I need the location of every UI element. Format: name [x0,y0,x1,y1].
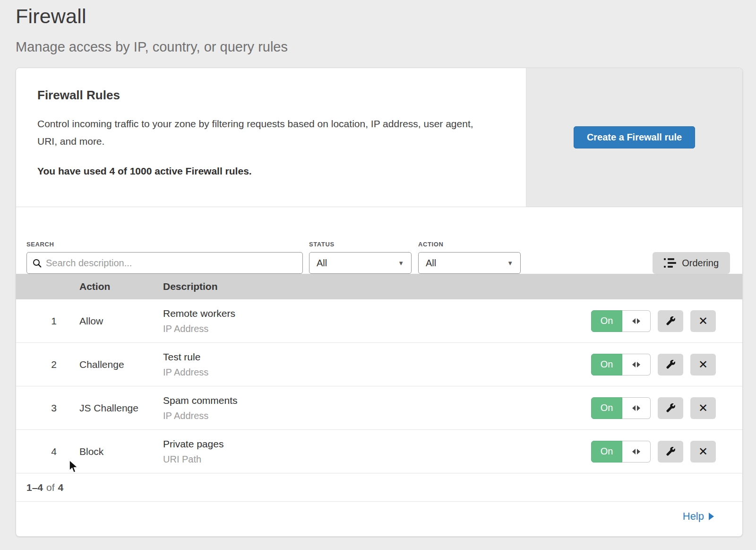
rule-match-type: IP Address [163,367,591,378]
rule-description: Test rule [163,351,591,363]
action-label: ACTION [418,241,521,248]
status-select[interactable]: All ▼ [309,252,412,274]
rule-controls: On ✕ [591,397,742,419]
pagination-of: of [46,482,55,493]
rule-description-cell: Test rule IP Address [163,351,591,378]
rule-description-cell: Remote workers IP Address [163,308,591,334]
search-input[interactable] [46,258,297,269]
status-label: STATUS [309,241,412,248]
pagination-range: 1–4 [26,482,43,493]
rule-controls: On ✕ [591,441,742,463]
wrench-icon [665,316,676,326]
rule-match-type: IP Address [163,323,591,334]
table-row: 1 Allow Remote workers IP Address On ✕ [16,299,742,343]
delete-rule-button[interactable]: ✕ [690,397,716,419]
close-icon: ✕ [698,402,708,414]
column-header-description: Description [163,281,591,292]
help-link[interactable]: Help [683,510,714,523]
ordering-button[interactable]: Ordering [653,252,730,274]
wrench-icon [665,446,676,457]
delete-rule-button[interactable]: ✕ [690,310,716,332]
wrench-icon [665,359,676,370]
rule-match-type: IP Address [163,410,591,421]
rule-action: Challenge [79,359,163,370]
close-icon: ✕ [698,446,708,457]
intro-panel: Firewall Rules Control incoming traffic … [16,68,526,207]
search-filter-group: SEARCH [26,241,303,274]
rule-controls: On ✕ [591,310,742,332]
action-select[interactable]: All ▼ [418,252,521,274]
rule-priority-number: 4 [16,446,79,457]
page-header: Firewall Manage access by IP, country, o… [0,0,756,55]
status-select-value: All [317,258,327,269]
search-box[interactable] [26,252,303,274]
arrow-right-icon [709,513,714,520]
action-select-value: All [426,258,436,269]
rule-enabled-toggle[interactable]: On [591,310,651,332]
usage-summary: You have used 4 of 1000 active Firewall … [37,166,498,177]
intro-heading: Firewall Rules [37,88,498,103]
chevron-down-icon: ▼ [398,260,404,267]
rules-table-body: 1 Allow Remote workers IP Address On ✕ [16,299,742,473]
ordering-button-label: Ordering [682,258,719,269]
ordered-list-icon [664,258,676,268]
table-row: 2 Challenge Test rule IP Address On ✕ [16,343,742,386]
delete-rule-button[interactable]: ✕ [690,441,716,463]
toggle-on-label: On [591,397,622,419]
arrow-left-icon [632,449,636,454]
firewall-rules-card: Firewall Rules Control incoming traffic … [16,68,743,537]
rule-match-type: URI Path [163,454,591,465]
table-header: Action Description [16,274,742,299]
arrow-right-icon [637,362,640,367]
pagination-row: 1–4 of 4 [16,473,742,502]
close-icon: ✕ [698,359,708,370]
arrow-left-icon [632,318,636,324]
create-firewall-rule-button[interactable]: Create a Firewall rule [574,126,695,148]
toggle-drag-handle[interactable] [622,310,651,332]
chevron-down-icon: ▼ [507,260,513,267]
toggle-drag-handle[interactable] [622,397,651,419]
toggle-drag-handle[interactable] [622,354,651,375]
table-row: 3 JS Challenge Spam comments IP Address … [16,386,742,430]
edit-rule-button[interactable] [658,354,683,375]
rule-action: Block [79,446,163,457]
page-title: Firewall [16,5,756,28]
rule-description: Remote workers [163,308,591,319]
arrow-right-icon [637,405,640,411]
wrench-icon [665,403,676,413]
rule-controls: On ✕ [591,354,742,375]
help-link-label: Help [683,510,704,523]
toggle-drag-handle[interactable] [622,441,651,463]
table-row: 4 Block Private pages URI Path On ✕ [16,430,742,473]
search-icon [33,259,42,268]
rule-priority-number: 3 [16,402,79,414]
delete-rule-button[interactable]: ✕ [690,354,716,375]
edit-rule-button[interactable] [658,310,683,332]
rule-action: JS Challenge [79,402,163,414]
arrow-right-icon [637,318,640,324]
column-header-action: Action [79,281,163,292]
status-filter-group: STATUS All ▼ [309,241,412,274]
arrow-left-icon [632,362,636,367]
search-label: SEARCH [26,241,303,248]
rule-action: Allow [79,315,163,327]
rule-description: Private pages [163,438,591,450]
rule-enabled-toggle[interactable]: On [591,354,651,375]
card-top-section: Firewall Rules Control incoming traffic … [16,68,742,207]
edit-rule-button[interactable] [658,441,683,463]
toggle-on-label: On [591,354,622,375]
close-icon: ✕ [698,315,708,327]
pagination-total: 4 [58,482,64,493]
rule-enabled-toggle[interactable]: On [591,441,651,463]
edit-rule-button[interactable] [658,397,683,419]
toggle-on-label: On [591,441,622,463]
rule-enabled-toggle[interactable]: On [591,397,651,419]
cta-panel: Create a Firewall rule [526,68,742,207]
rule-description-cell: Spam comments IP Address [163,395,591,421]
help-row: Help [16,502,742,531]
toggle-on-label: On [591,310,622,332]
arrow-right-icon [637,449,640,454]
intro-description: Control incoming traffic to your zone by… [37,115,486,150]
filters-bar: SEARCH STATUS All ▼ ACTION All ▼ [16,207,742,274]
page-subtitle: Manage access by IP, country, or query r… [16,39,756,55]
